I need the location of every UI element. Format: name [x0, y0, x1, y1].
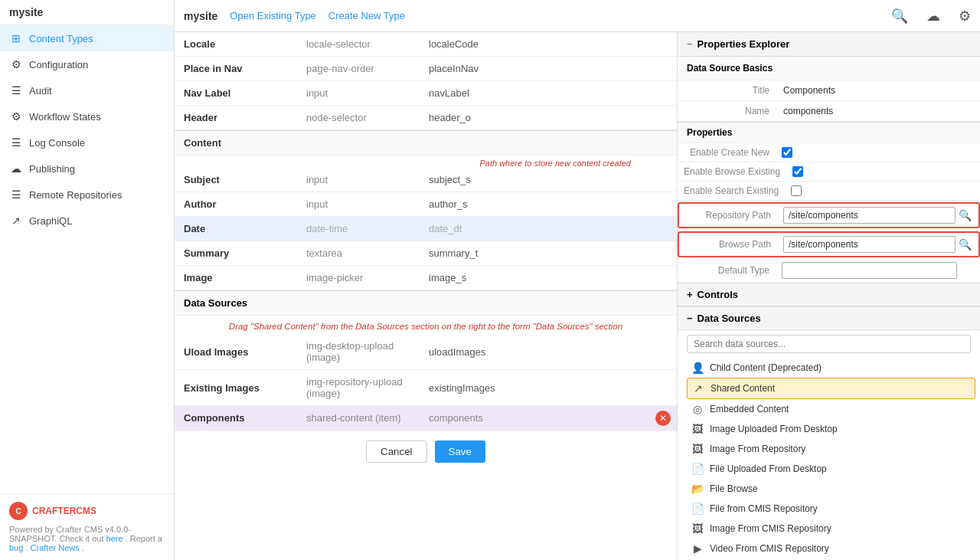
- controls-collapse-icon[interactable]: +: [687, 289, 693, 300]
- table-row: Header node-selector header_o: [175, 106, 677, 130]
- field-type: shared-content (item): [297, 406, 420, 431]
- ds-icon: 📄: [691, 463, 704, 475]
- create-new-type-link[interactable]: Create New Type: [328, 10, 405, 21]
- repository-path-input[interactable]: [783, 207, 956, 224]
- field-variable: author_s: [420, 192, 677, 217]
- repository-path-row: Repository Path 🔍: [678, 202, 980, 228]
- field-label: Summary: [175, 241, 297, 266]
- enable-browse-existing-label: Enable Browse Existing: [678, 162, 788, 181]
- list-item[interactable]: ◎ Embedded Content: [687, 399, 975, 419]
- enable-search-existing-label: Enable Search Existing: [678, 182, 786, 200]
- properties-section-header: Properties: [678, 122, 980, 143]
- sidebar-item-graphiql[interactable]: ↗ GraphiQL: [0, 208, 174, 234]
- sidebar-item-publishing[interactable]: ☁ Publishing: [0, 156, 174, 182]
- enable-search-existing-row: Enable Search Existing: [678, 182, 980, 201]
- sidebar-item-remote-repositories[interactable]: ☰ Remote Repositories: [0, 182, 174, 208]
- repository-path-label: Repository Path: [679, 206, 779, 224]
- enable-create-new-checkbox[interactable]: [782, 147, 792, 158]
- ds-icon: ▶: [691, 542, 704, 555]
- topbar: mysite Open Existing Type Create New Typ…: [175, 0, 980, 32]
- sidebar-item-log-console[interactable]: ☰ Log Console: [0, 129, 174, 156]
- sidebar-item-configuration[interactable]: ⚙ Configuration: [0, 51, 174, 77]
- list-item[interactable]: 📄 File from CMIS Repository: [687, 499, 975, 519]
- open-existing-type-link[interactable]: Open Existing Type: [230, 10, 316, 21]
- data-sources-items-table: Uload Images img-desktop-upload (image) …: [175, 334, 677, 431]
- here-link[interactable]: here: [106, 534, 123, 543]
- workflow-icon: ⚙: [9, 110, 23, 123]
- data-sources-form-header: Data Sources: [175, 290, 677, 316]
- crafter-logo-text: CRAFTERCMS: [32, 506, 96, 516]
- sidebar-item-content-types[interactable]: ⊞ Content Types: [0, 25, 174, 51]
- list-item[interactable]: 👤 Child Content (Deprecated): [687, 358, 975, 378]
- data-sources-right-title: Data Sources: [697, 313, 761, 324]
- data-sources-right-header: − Data Sources: [678, 306, 980, 330]
- data-sources-collapse-icon[interactable]: −: [687, 313, 693, 324]
- browse-path-search-icon[interactable]: 🔍: [959, 238, 972, 251]
- crafter-news-link[interactable]: Crafter News: [31, 543, 80, 552]
- content-section: Content Path where to store new content …: [175, 130, 677, 290]
- sidebar-item-audit[interactable]: ☰ Audit: [0, 77, 174, 103]
- sidebar-item-label: GraphiQL: [29, 215, 72, 227]
- field-variable: header_o: [420, 106, 677, 130]
- site-name-label: mysite: [9, 6, 43, 18]
- sidebar-item-label: Configuration: [29, 59, 88, 70]
- data-sources-list: 👤 Child Content (Deprecated) ↗ Shared Co…: [678, 358, 980, 560]
- sidebar-footer: C CRAFTERCMS Powered by Crafter CMS v4.0…: [0, 493, 174, 560]
- controls-title: Controls: [697, 289, 738, 300]
- sidebar-item-label: Content Types: [29, 33, 93, 44]
- field-label: Locale: [175, 32, 297, 57]
- sidebar-item-workflow-states[interactable]: ⚙ Workflow States: [0, 103, 174, 129]
- search-icon[interactable]: 🔍: [891, 8, 908, 25]
- list-item[interactable]: 🖼 Image Uploaded From Desktop: [687, 419, 975, 439]
- shared-content-item[interactable]: ↗ Shared Content: [687, 378, 975, 399]
- cloud-icon[interactable]: ☁: [926, 8, 940, 25]
- ds-icon: ↗: [692, 382, 704, 395]
- field-variable: image_s: [420, 266, 677, 290]
- field-label: Date: [175, 217, 297, 241]
- enable-search-existing-checkbox[interactable]: [791, 185, 802, 196]
- prop-value: components: [777, 101, 980, 122]
- list-item[interactable]: 📄 File Uploaded From Desktop: [687, 459, 975, 479]
- settings-icon[interactable]: ⚙: [959, 8, 971, 25]
- browse-path-label: Browse Path: [679, 235, 779, 254]
- ds-icon: ◎: [691, 403, 704, 415]
- ds-item-label: Video From CMIS Repository: [710, 543, 829, 554]
- list-item[interactable]: 🖼 Image From Repository: [687, 439, 975, 459]
- table-row: Locale locale-selector localeCode: [175, 32, 677, 57]
- repository-path-search-icon[interactable]: 🔍: [959, 209, 972, 221]
- field-variable: placeInNav: [420, 57, 677, 81]
- table-row: Subject input subject_s: [175, 168, 677, 192]
- field-type: image-picker: [297, 266, 420, 290]
- default-type-input[interactable]: [782, 262, 957, 279]
- bug-link[interactable]: bug: [9, 543, 23, 552]
- field-label: Nav Label: [175, 81, 297, 106]
- enable-create-new-label: Enable Create New: [678, 143, 777, 162]
- save-button[interactable]: Save: [435, 440, 485, 463]
- collapse-icon[interactable]: −: [687, 38, 693, 50]
- list-item[interactable]: ▶ Video From CMIS Repository: [687, 539, 975, 558]
- configuration-icon: ⚙: [9, 58, 23, 70]
- list-item[interactable]: 🖼 Image From CMIS Repository: [687, 519, 975, 539]
- graphiql-icon: ↗: [9, 215, 23, 227]
- field-variable: date_dt: [420, 217, 677, 241]
- field-type: input: [297, 192, 420, 217]
- content-section-header: Content: [175, 130, 677, 156]
- enable-browse-existing-checkbox[interactable]: [792, 166, 803, 177]
- field-variable: components: [420, 406, 649, 431]
- browse-path-row: Browse Path 🔍: [678, 231, 980, 257]
- field-type: input: [297, 168, 420, 192]
- sidebar: mysite ⊞ Content Types ⚙ Configuration ☰…: [0, 0, 175, 560]
- delete-row-button[interactable]: ✕: [655, 411, 671, 426]
- field-label: Components: [175, 406, 297, 431]
- browse-path-input[interactable]: [783, 236, 956, 253]
- list-item[interactable]: 📂 File Browse: [687, 479, 975, 499]
- topbar-site: mysite: [184, 10, 217, 22]
- prop-label: Name: [678, 101, 777, 122]
- search-data-sources-input[interactable]: [687, 335, 971, 353]
- field-label: Header: [175, 106, 297, 130]
- field-type: input: [297, 81, 420, 106]
- ds-item-label: Embedded Content: [710, 404, 789, 414]
- cancel-button[interactable]: Cancel: [366, 440, 427, 463]
- table-row: Title Components: [678, 80, 980, 101]
- field-variable: summary_t: [420, 241, 677, 266]
